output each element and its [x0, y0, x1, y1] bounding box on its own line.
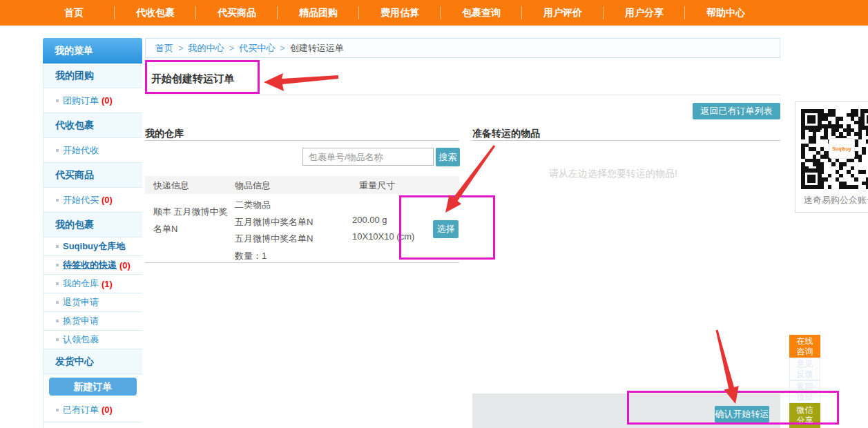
count-badge: (0)	[102, 195, 113, 205]
nav-item-package-tracking[interactable]: 包裹查询	[441, 0, 522, 26]
bullet-icon	[56, 149, 59, 152]
nav-item-home[interactable]: 首页	[33, 0, 115, 26]
sidebar-item-payment-confirm[interactable]: 汇款确认	[43, 422, 142, 428]
nav-item-user-reviews[interactable]: 用户评价	[522, 0, 604, 26]
sidebar-section-my-groupbuy[interactable]: 我的团购	[43, 64, 142, 88]
count-badge: (0)	[102, 405, 113, 415]
wechat-qr-panel: Suqibuy 速奇易购公众账号	[795, 101, 868, 213]
sidebar-item-start-receiving[interactable]: 开始代收	[43, 138, 142, 163]
breadcrumb-home[interactable]: 首页	[155, 43, 173, 53]
sidebar-item-start-buying[interactable]: 开始代买 (0)	[43, 188, 142, 213]
bullet-icon	[56, 99, 59, 102]
cell-express-info: 顺丰 五月微博中奖名单N	[153, 203, 231, 237]
annotation-arrow-title	[262, 69, 340, 95]
bullet-icon	[56, 264, 59, 266]
qr-center-logo: Suqibuy	[829, 138, 855, 159]
cell-weight-dimensions: 200.00 g 10X10X10 (cm)	[352, 212, 414, 245]
search-input[interactable]	[302, 148, 434, 166]
back-to-orders-button[interactable]: 返回已有订单列表	[693, 103, 780, 119]
nav-item-help-center[interactable]: 帮助中心	[685, 0, 766, 26]
cell-item-info: 二类物品 五月微博中奖名单N 五月微博中奖名单N 数量：1	[235, 197, 313, 264]
top-navigation: 首页 代收包裹 代买商品 精品团购 费用估算 包裹查询 用户评价 用户分享 帮助…	[0, 0, 868, 26]
warehouse-table-row: 顺丰 五月微博中奖名单N 二类物品 五月微博中奖名单N 五月微博中奖名单N 数量…	[145, 194, 459, 263]
transfer-panel-title: 准备转运的物品	[472, 128, 540, 140]
sidebar-section-shipping-center[interactable]: 发货中心	[43, 349, 142, 374]
sidebar-item-claim-package[interactable]: 认领包裹	[43, 331, 142, 349]
bullet-icon	[56, 301, 59, 304]
sidebar-item-awaiting-signature[interactable]: 待签收的快递 (0)	[43, 256, 142, 275]
sidebar-section-receive-packages[interactable]: 代收包裹	[43, 113, 142, 138]
column-header-item: 物品信息	[235, 179, 271, 192]
nav-item-receive-packages[interactable]: 代收包裹	[115, 0, 196, 26]
page: 首页 代收包裹 代买商品 精品团购 费用估算 包裹查询 用户评价 用户分享 帮助…	[0, 0, 868, 428]
column-header-express: 快递信息	[153, 179, 189, 192]
count-badge: (0)	[119, 260, 131, 271]
sidebar-item-return-request[interactable]: 退货申请	[43, 293, 142, 312]
sidebar-title: 我的菜单	[43, 38, 142, 64]
breadcrumb-my-center[interactable]: 我的中心	[189, 43, 224, 53]
sidebar-menu: 我的菜单 我的团购 团购订单 (0) 代收包裹 开始代收 代买商品 开始代买 (…	[43, 38, 142, 428]
select-item-button[interactable]: 选择	[433, 220, 459, 238]
nav-item-buy-for-me[interactable]: 代买商品	[196, 0, 278, 26]
online-consult-button[interactable]: 在线咨询	[789, 335, 820, 358]
bullet-icon	[56, 199, 59, 202]
qr-finder-icon	[801, 109, 822, 130]
sidebar-item-suqibuy-warehouse-address[interactable]: Suqibuy仓库地	[43, 237, 142, 256]
bullet-icon	[56, 338, 59, 341]
transfer-title-divider	[472, 140, 780, 141]
warehouse-table-header: 快递信息 物品信息 重量尺寸	[145, 176, 459, 194]
bullet-icon	[56, 282, 59, 285]
breadcrumb-current: 创建转运运单	[290, 43, 344, 53]
sidebar-item-my-warehouse[interactable]: 我的仓库 (1)	[43, 275, 142, 293]
wechat-share-button[interactable]: 微信分享	[789, 403, 820, 428]
sidebar-active-row: 新建订单	[43, 374, 142, 398]
column-header-weight: 重量尺寸	[359, 179, 395, 192]
nav-item-user-sharing[interactable]: 用户分享	[604, 0, 685, 26]
floating-widget-stack: 在线咨询 意见反馈 返回顶部 微信分享	[789, 335, 820, 428]
nav-item-cost-estimate[interactable]: 费用估算	[359, 0, 441, 26]
page-title: 开始创建转运订单	[151, 72, 234, 86]
feedback-button[interactable]: 意见反馈	[789, 358, 820, 380]
title-divider	[145, 95, 780, 95]
back-to-top-button[interactable]: 返回顶部	[789, 380, 820, 403]
count-badge: (1)	[102, 279, 113, 289]
breadcrumb-buy-center[interactable]: 代买中心	[239, 43, 275, 53]
bullet-icon	[56, 245, 59, 248]
sidebar-item-groupbuy-orders[interactable]: 团购订单 (0)	[43, 88, 142, 113]
sidebar-item-exchange-request[interactable]: 换货申请	[43, 312, 142, 331]
confirm-transfer-button[interactable]: 确认开始转运	[715, 406, 769, 422]
count-badge: (0)	[102, 95, 113, 106]
bullet-icon	[56, 320, 59, 322]
warehouse-title-divider	[145, 140, 459, 141]
qr-code: Suqibuy	[801, 109, 868, 189]
search-button[interactable]: 搜索	[436, 148, 460, 166]
sidebar-item-new-order[interactable]: 新建订单	[49, 378, 137, 396]
warehouse-panel-title: 我的仓库	[145, 128, 184, 140]
qr-finder-icon	[801, 168, 822, 189]
bullet-icon	[56, 409, 59, 411]
sidebar-section-my-packages[interactable]: 我的包裹	[43, 213, 142, 237]
transfer-empty-hint: 请从左边选择您要转运的物品!	[549, 168, 677, 180]
breadcrumb: 首页>我的中心>代买中心>创建转运运单	[145, 38, 780, 58]
nav-item-group-deals[interactable]: 精品团购	[278, 0, 359, 26]
sidebar-section-buy-for-me[interactable]: 代买商品	[43, 163, 142, 188]
qr-finder-icon	[860, 109, 868, 130]
sidebar-item-existing-orders[interactable]: 已有订单 (0)	[43, 398, 142, 422]
qr-caption: 速奇易购公众账号	[804, 194, 868, 206]
